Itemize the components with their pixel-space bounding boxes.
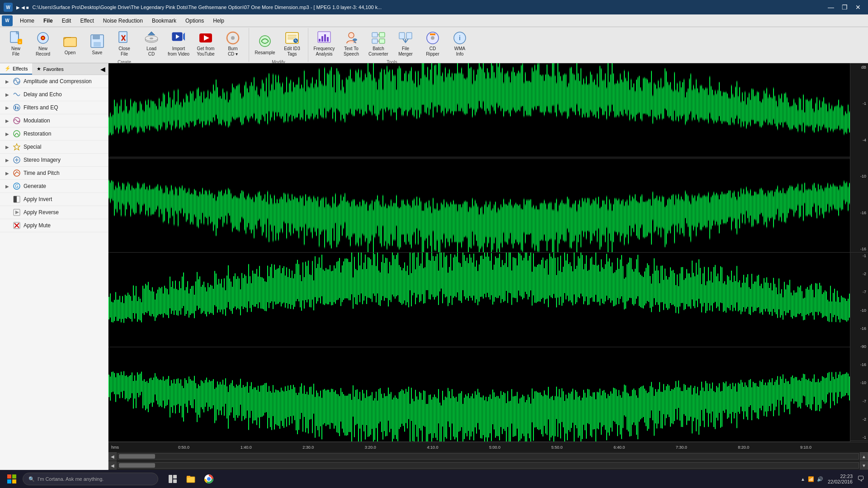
sidebar-tab-favorites[interactable]: ★ Favorites bbox=[32, 63, 68, 75]
app-logo: W bbox=[2, 15, 13, 26]
expand-arrow: ▶ bbox=[5, 118, 10, 123]
scroll-thumb-top[interactable] bbox=[119, 454, 155, 459]
start-button[interactable] bbox=[4, 471, 20, 487]
svg-rect-56 bbox=[17, 107, 19, 109]
toolbar-group-tools: Frequency Analysis Text To Speech Batch … bbox=[308, 28, 476, 62]
stereo-imagery-label: Stereo Imagery bbox=[24, 157, 61, 163]
sidebar-item-apply-mute[interactable]: ▶ Apply Mute bbox=[0, 219, 108, 232]
sidebar-collapse-button[interactable]: ◀ bbox=[98, 63, 108, 75]
scroll-left-arrow-2[interactable]: ◀ bbox=[108, 461, 117, 469]
batch-converter-label: Batch Converter bbox=[368, 46, 388, 57]
svg-point-58 bbox=[14, 131, 20, 137]
svg-rect-74 bbox=[12, 474, 16, 479]
horizontal-scrollbar-2[interactable]: ◀ ▼ bbox=[108, 461, 868, 470]
scroll-track-top[interactable] bbox=[118, 453, 859, 460]
import-video-label: Import from Video bbox=[168, 46, 189, 57]
sidebar-tab-effects[interactable]: ⚡ Effects bbox=[0, 63, 32, 75]
text-speech-button[interactable]: Text To Speech bbox=[338, 30, 364, 58]
scroll-up-arrow[interactable]: ▲ bbox=[860, 452, 868, 460]
sidebar-item-modulation[interactable]: ▶ Modulation bbox=[0, 114, 108, 127]
volume-icon[interactable]: 🔊 bbox=[817, 476, 823, 482]
sidebar-item-apply-invert[interactable]: ▶ Apply Invert bbox=[0, 193, 108, 206]
svg-point-7 bbox=[42, 37, 44, 39]
file-explorer-button[interactable] bbox=[183, 471, 199, 487]
horizontal-scrollbar[interactable]: ◀ ▲ bbox=[108, 452, 868, 461]
windows-logo-icon bbox=[7, 474, 16, 483]
sidebar-item-restoration[interactable]: ▶ Restoration bbox=[0, 127, 108, 141]
resample-button[interactable]: Resample bbox=[252, 30, 278, 58]
minimize-button[interactable]: — bbox=[825, 2, 837, 13]
svg-marker-59 bbox=[14, 144, 20, 150]
freq-analysis-button[interactable]: Frequency Analysis bbox=[311, 30, 337, 58]
maximize-button[interactable]: ❐ bbox=[838, 2, 851, 13]
tray-up-arrow[interactable]: ▲ bbox=[801, 477, 805, 482]
favorites-label: Favorites bbox=[43, 66, 63, 72]
sidebar-item-amplitude[interactable]: ▶ Amplitude and Compression bbox=[0, 75, 108, 88]
apply-reverse-icon bbox=[13, 208, 21, 216]
modulation-icon bbox=[13, 117, 21, 125]
time-marker-4: 4:10.0 bbox=[427, 445, 438, 450]
wma-info-label: WMA Info bbox=[454, 46, 465, 57]
expand-arrow: ▶ bbox=[5, 105, 10, 110]
waveform-area[interactable]: dB -1 -4 -10 -16 -16 -1 -2 -7 -10 -16 -9… bbox=[108, 63, 868, 442]
chrome-button[interactable] bbox=[201, 471, 217, 487]
cortana-search[interactable]: 🔍 I'm Cortana. Ask me anything. bbox=[23, 473, 158, 485]
search-icon: 🔍 bbox=[28, 476, 35, 482]
get-youtube-button[interactable]: Get from YouTube bbox=[193, 30, 219, 58]
scroll-down-arrow[interactable]: ▼ bbox=[860, 461, 868, 469]
scroll-track-bottom[interactable] bbox=[118, 462, 859, 469]
scroll-left-arrow[interactable]: ◀ bbox=[108, 452, 117, 460]
svg-marker-69 bbox=[15, 211, 19, 214]
svg-point-26 bbox=[259, 36, 270, 47]
burn-cd-button[interactable]: Burn CD ▾ bbox=[220, 30, 246, 58]
upper-waveform-canvas[interactable] bbox=[108, 63, 850, 252]
filters-eq-label: Filters and EQ bbox=[24, 104, 58, 111]
time-marker-2: 2:30.0 bbox=[302, 445, 314, 450]
cd-ripper-button[interactable]: CD Ripper bbox=[420, 30, 446, 58]
menu-help[interactable]: Help bbox=[208, 16, 229, 26]
sidebar-item-filters-eq[interactable]: ▶ Filters and EQ bbox=[0, 101, 108, 114]
db-label-b2: -2 bbox=[852, 272, 866, 276]
import-video-button[interactable]: Import from Video bbox=[165, 30, 192, 58]
task-view-button[interactable] bbox=[165, 471, 181, 487]
sidebar-item-stereo-imagery[interactable]: ▶ Stereo Imagery bbox=[0, 154, 108, 167]
db-label-16a: -16 bbox=[852, 211, 866, 215]
menu-file[interactable]: File bbox=[39, 16, 57, 26]
network-icon: 📶 bbox=[808, 476, 814, 482]
new-file-button[interactable]: + New File bbox=[3, 30, 29, 58]
svg-point-38 bbox=[349, 33, 354, 38]
file-merger-button[interactable]: File Merger bbox=[392, 30, 419, 58]
import-video-icon bbox=[170, 31, 187, 45]
menu-edit[interactable]: Edit bbox=[57, 16, 76, 26]
menu-bookmark[interactable]: Bookmark bbox=[147, 16, 181, 26]
svg-rect-81 bbox=[187, 476, 190, 478]
file-merger-label: File Merger bbox=[398, 46, 413, 57]
sidebar-item-apply-reverse[interactable]: ▶ Apply Reverse bbox=[0, 206, 108, 219]
clock-display[interactable]: 22:23 22/02/2016 bbox=[828, 474, 853, 484]
edit-id3-button[interactable]: ✎ Edit ID3 Tags bbox=[279, 30, 305, 58]
menu-home[interactable]: Home bbox=[15, 16, 39, 26]
db-label-b16b: -16 bbox=[852, 362, 866, 367]
new-record-button[interactable]: New Record bbox=[30, 30, 56, 58]
menu-noise-reduction[interactable]: Noise Reduction bbox=[99, 16, 147, 26]
load-cd-button[interactable]: Load CD bbox=[138, 30, 165, 58]
lower-waveform-canvas[interactable] bbox=[108, 253, 850, 441]
notifications-button[interactable]: 🗨 bbox=[857, 475, 864, 483]
menu-options[interactable]: Options bbox=[181, 16, 208, 26]
close-button[interactable]: ✕ bbox=[852, 2, 864, 13]
batch-converter-button[interactable]: Batch Converter bbox=[365, 30, 392, 58]
sidebar-item-special[interactable]: ▶ Special bbox=[0, 141, 108, 154]
favorites-icon: ★ bbox=[37, 66, 41, 72]
open-button[interactable]: Open bbox=[57, 30, 83, 58]
menu-effect[interactable]: Effect bbox=[75, 16, 98, 26]
sidebar-item-delay-echo[interactable]: ▶ Delay and Echo bbox=[0, 88, 108, 101]
sidebar-item-time-pitch[interactable]: ▶ Time and Pitch bbox=[0, 167, 108, 180]
svg-rect-46 bbox=[399, 33, 405, 39]
scroll-thumb-bottom[interactable] bbox=[119, 463, 155, 468]
db-label-10: -10 bbox=[852, 174, 866, 178]
sidebar-item-generate[interactable]: ▶ G Generate bbox=[0, 180, 108, 193]
wma-info-button[interactable]: i WMA Info bbox=[447, 30, 473, 58]
save-button[interactable]: Save bbox=[84, 30, 110, 58]
expand-arrow: ▶ bbox=[5, 158, 10, 163]
close-file-button[interactable]: Close File bbox=[111, 30, 137, 58]
